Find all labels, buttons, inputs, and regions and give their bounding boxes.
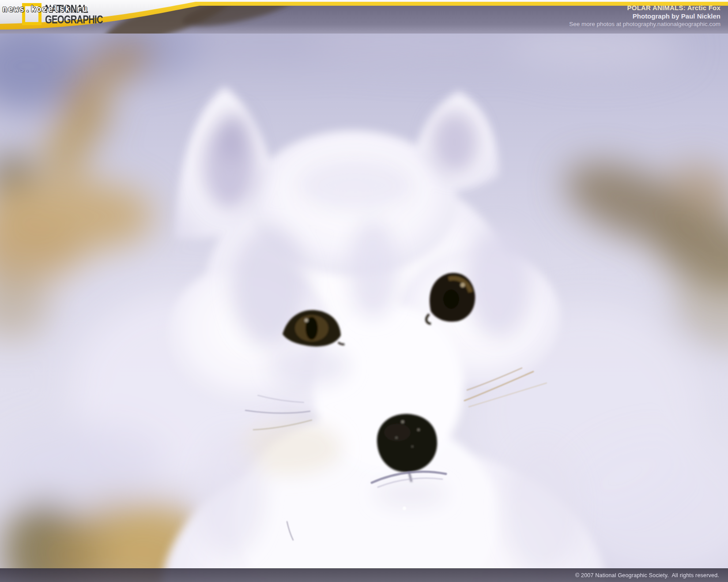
- photo-svg: [0, 0, 728, 582]
- photo-credit-block: POLAR ANIMALS: Arctic Fox Photograph by …: [569, 4, 720, 27]
- site-watermark: news.kozelsk.ru: [2, 4, 88, 14]
- see-more-link-text: See more photos at photography.nationalg…: [569, 21, 720, 27]
- fox-nose: [377, 414, 437, 472]
- wallpaper-stage: POLAR ANIMALS: Arctic Fox Photograph by …: [0, 0, 728, 582]
- copyright-text: © 2007 National Geographic Society. All …: [575, 572, 728, 578]
- ng-logo-line2: GEOGRAPHIC: [45, 14, 103, 25]
- snow-sparkle: [403, 507, 406, 510]
- copyright-bar: © 2007 National Geographic Society. All …: [0, 568, 728, 582]
- photo-title: POLAR ANIMALS: Arctic Fox: [569, 4, 720, 11]
- arctic-fox-photo: [0, 0, 728, 582]
- right-inner-ear: [430, 110, 479, 174]
- photographer-credit: Photograph by Paul Nicklen: [569, 13, 720, 19]
